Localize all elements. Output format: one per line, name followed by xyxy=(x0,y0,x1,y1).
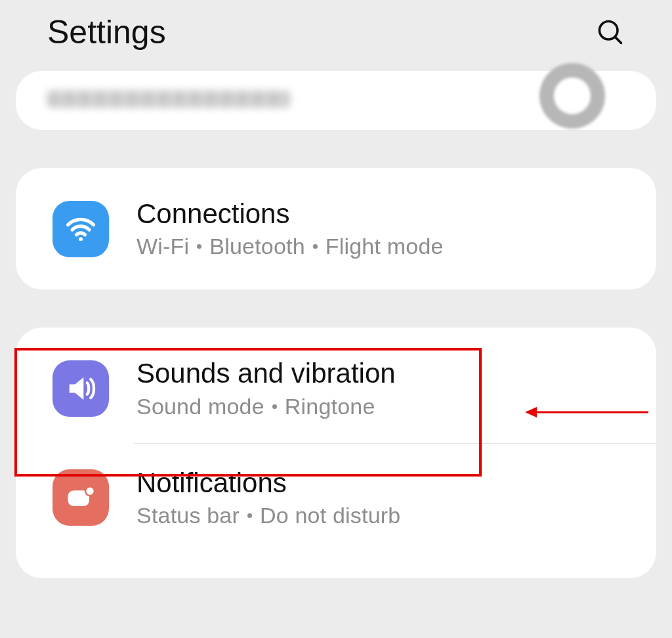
item-title: Connections xyxy=(136,198,444,230)
search-button[interactable] xyxy=(593,15,627,49)
account-email-blurred xyxy=(47,91,290,108)
account-card[interactable] xyxy=(16,71,656,130)
page-title: Settings xyxy=(47,13,166,51)
settings-header: Settings xyxy=(0,0,672,64)
svg-line-1 xyxy=(615,37,621,43)
settings-item-sounds[interactable]: Sounds and vibration Sound modeRingtone xyxy=(16,334,656,442)
item-text: Connections Wi-FiBluetoothFlight mode xyxy=(136,198,444,259)
item-subtitle: Wi-FiBluetoothFlight mode xyxy=(136,234,444,259)
search-icon xyxy=(596,18,625,47)
item-subtitle: Status barDo not disturb xyxy=(136,503,400,528)
item-text: Notifications Status barDo not disturb xyxy=(136,467,400,528)
settings-group-connections: Connections Wi-FiBluetoothFlight mode xyxy=(16,168,656,289)
item-text: Sounds and vibration Sound modeRingtone xyxy=(136,358,396,419)
item-title: Sounds and vibration xyxy=(136,358,396,389)
settings-group-sound-notif: Sounds and vibration Sound modeRingtone … xyxy=(16,328,656,578)
item-subtitle: Sound modeRingtone xyxy=(136,394,396,419)
notification-icon xyxy=(52,469,109,526)
settings-item-connections[interactable]: Connections Wi-FiBluetoothFlight mode xyxy=(16,175,656,283)
speaker-icon xyxy=(52,360,109,417)
item-title: Notifications xyxy=(136,467,400,499)
svg-point-2 xyxy=(79,237,83,241)
svg-point-4 xyxy=(85,487,94,496)
settings-item-notifications[interactable]: Notifications Status barDo not disturb xyxy=(16,444,656,552)
account-avatar-ring xyxy=(539,63,605,129)
wifi-icon xyxy=(52,201,109,257)
